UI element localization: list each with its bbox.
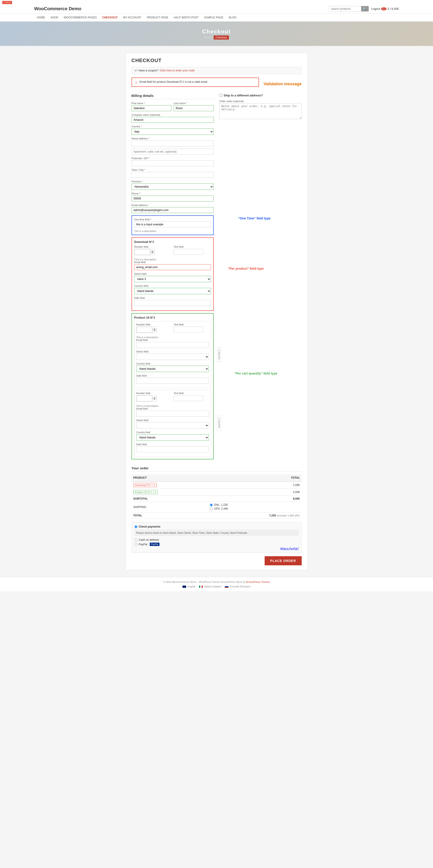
lang-italian[interactable]: Italiano (Italian) (199, 585, 221, 588)
flag-it (199, 586, 203, 588)
p10-number-stepper-2[interactable] (136, 395, 157, 402)
town-input[interactable] (132, 172, 214, 178)
breadcrumb: Home / Checkout (0, 36, 433, 39)
nav-woo-pages[interactable]: WOOCOMMERCE PAGES (61, 13, 99, 21)
first-name-input[interactable] (132, 105, 172, 111)
place-order-button[interactable]: PLACE ORDER (265, 556, 302, 565)
apt-input[interactable] (132, 149, 214, 155)
email-input[interactable] (132, 207, 214, 213)
p10-select-1[interactable] (136, 353, 209, 360)
province-select[interactable]: Alessandria (132, 184, 214, 190)
nav-home[interactable]: HOME (34, 13, 48, 21)
download-text-field: Text field (174, 245, 211, 255)
company-label: Company name (optional) (132, 114, 214, 116)
ship-to-label[interactable]: Ship to a different address? (224, 94, 263, 97)
download-number-stepper[interactable] (134, 249, 155, 255)
order-notes-textarea[interactable] (219, 103, 302, 119)
p10-number-input-1[interactable] (137, 327, 152, 333)
breadcrumb-home[interactable]: Home (204, 36, 211, 39)
place-order-section: PLACE ORDER (132, 556, 302, 565)
onetime-input[interactable] (134, 221, 211, 227)
nav-half-width[interactable]: HALF WIDTH POST (171, 13, 201, 21)
download-select-label: Select field (134, 273, 211, 275)
coupon-link[interactable]: Click here to enter your code (160, 69, 195, 72)
footer-theme-link[interactable]: AccessPress Themes (246, 581, 270, 583)
p10-select-field-2: Select field (136, 419, 209, 429)
p10-email-input-2[interactable] (136, 411, 209, 416)
p10-date-label-1: Date field (136, 374, 209, 377)
payment-radio-cod[interactable] (135, 538, 138, 541)
download-email-input[interactable] (134, 264, 211, 270)
payment-cod-label: Cash on delivery (139, 538, 159, 541)
shipping-option-2[interactable]: UPS: 2,44€ (210, 507, 300, 510)
country-select[interactable]: Italy (132, 128, 214, 135)
payment-radio-paypal[interactable] (135, 543, 138, 546)
payment-method-cod[interactable]: Cash on delivery (135, 538, 299, 541)
p10-description-1: This is a description (136, 336, 209, 339)
search-button[interactable]: 🔍 (361, 6, 369, 11)
p10-stepper-btn-2[interactable] (152, 397, 156, 400)
search-input[interactable] (329, 6, 361, 11)
stepper-down-icon (151, 252, 153, 253)
p10-date-input-1[interactable] (136, 378, 209, 384)
download-select-field: Select field value 3 (134, 273, 211, 282)
subtotal-label: SUBTOTAL (132, 496, 208, 502)
nav-shop[interactable]: SHOP (48, 13, 61, 21)
download-email-label: Email field (134, 261, 211, 264)
download-country-label: Country field (134, 284, 211, 287)
ship-to-checkbox[interactable] (219, 94, 222, 97)
p10-number-stepper-1[interactable] (136, 327, 157, 333)
last-name-input[interactable] (174, 105, 214, 111)
p10-country-select-2[interactable]: Aland Islands (136, 434, 209, 441)
error-icon: ⚠ (135, 81, 138, 84)
p10-text-label-1: Text field (174, 323, 209, 326)
p10-number-field-2: Number field (136, 392, 172, 402)
download-select[interactable]: value 3 (134, 276, 211, 282)
what-is-paypal-link[interactable]: What is PayPal? (280, 547, 299, 550)
shipping-radio-1[interactable] (210, 503, 213, 506)
phone-input[interactable] (132, 195, 214, 202)
download-email-field: Email field (134, 261, 211, 270)
p10-description-2: This is a description (136, 405, 209, 407)
nav-checkout[interactable]: CHECKOUT (99, 13, 120, 21)
country-label: Country * (132, 125, 214, 128)
p10-country-select-1[interactable]: Aland Islands (136, 366, 209, 372)
payment-method-paypal[interactable]: PayPal PayPal (135, 542, 299, 546)
nav-sample-page[interactable]: SAMPLE PAGE (201, 13, 226, 21)
company-input[interactable] (132, 117, 214, 123)
paypal-icon: PayPal (150, 542, 160, 546)
street-input[interactable] (132, 141, 214, 147)
lang-russian[interactable]: Русский (Russian) (225, 585, 251, 588)
p10-text-input-1[interactable] (174, 327, 203, 333)
payment-method-check[interactable]: Check payments (135, 525, 299, 528)
stepper-button[interactable] (150, 250, 154, 254)
shipping-radio-2[interactable] (210, 507, 213, 510)
payment-radio-check[interactable] (135, 525, 138, 528)
p10-text-field-1: Text field (174, 323, 209, 333)
p10-select-2[interactable] (136, 422, 209, 429)
payment-check-description: Please send a check to Store Name, Store… (135, 530, 299, 536)
p10-date-input-2[interactable] (136, 446, 209, 452)
product10-qty2-group: Number field Text fie (134, 390, 211, 457)
download-country-select[interactable]: Aland Islands (134, 288, 211, 294)
ship-to-checkbox-row[interactable]: Ship to a different address? (219, 94, 302, 97)
nav-product-page[interactable]: PRODUCT PAGE (144, 13, 171, 21)
product10-box: Product 10 N°1 Number field (132, 313, 214, 459)
ship-to-link[interactable]: Ship to a different address? (224, 94, 263, 97)
p10-number-input-2[interactable] (137, 396, 152, 401)
nav-blog[interactable]: BLOG (226, 13, 239, 21)
p10-email-input-1[interactable] (136, 342, 209, 348)
download-text-input[interactable] (174, 249, 203, 255)
postcode-input[interactable] (132, 160, 214, 166)
lang-english[interactable]: English (182, 585, 196, 588)
validation-label: Validation message (263, 82, 301, 86)
download-date-input[interactable] (134, 300, 211, 306)
nav-my-account[interactable]: MY ACCOUNT (120, 13, 144, 21)
download-number-input[interactable] (135, 249, 150, 255)
p10-text-input-2[interactable] (174, 395, 203, 401)
order-notes-field: Order notes (optional) (219, 100, 302, 120)
what-is-paypal[interactable]: What is PayPal? (135, 547, 299, 550)
shipping-option-1[interactable]: DHL: 1,22€ (210, 503, 300, 506)
email-label: Email address * (132, 204, 214, 207)
p10-stepper-btn-1[interactable] (152, 328, 156, 332)
